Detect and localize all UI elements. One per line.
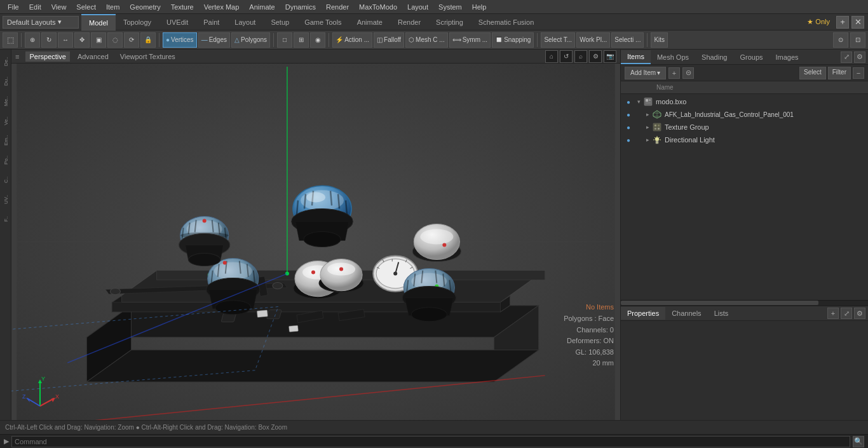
items-tab-groups[interactable]: Groups	[733, 51, 769, 64]
command-input[interactable]	[11, 436, 850, 447]
tab-setup[interactable]: Setup	[263, 14, 297, 31]
tool-mesh[interactable]: ⬡ Mesh C ...	[405, 32, 448, 48]
viewport-canvas[interactable]: No Items Polygons : Face Channels: 0 Def…	[11, 64, 620, 420]
items-tab-shading[interactable]: Shading	[695, 51, 733, 64]
item-eye-modo-bxo[interactable]: ●	[623, 97, 634, 107]
menu-help[interactable]: Help	[467, 2, 492, 12]
sidebar-item-uv[interactable]: UV..	[1, 190, 11, 209]
viewport-tab-textures[interactable]: Viewport Textures	[116, 51, 179, 62]
tab-paint[interactable]: Paint	[196, 14, 227, 31]
command-search-button[interactable]: 🔍	[853, 436, 864, 447]
tool-lock[interactable]: 🔒	[140, 32, 156, 48]
tool-wire[interactable]: ⊞	[294, 32, 309, 48]
menu-system[interactable]: System	[433, 2, 467, 12]
viewport-rotate-btn[interactable]: ↺	[560, 50, 573, 63]
items-scrollbar-track[interactable]	[621, 300, 868, 305]
tool-select-mode[interactable]: ⬚	[3, 32, 18, 48]
tool-deform[interactable]: ⟳	[124, 32, 139, 48]
sidebar-item-f[interactable]: F..	[1, 210, 11, 229]
menu-select[interactable]: Select	[71, 2, 101, 12]
item-expand-modo-bxo[interactable]: ▾	[635, 98, 642, 105]
item-eye-texture-group[interactable]: ●	[623, 122, 634, 132]
items-scrollbar-thumb[interactable]	[621, 301, 818, 305]
menu-render[interactable]: Render	[321, 2, 354, 12]
sidebar-item-po[interactable]: Po..	[1, 151, 11, 170]
items-add-icon[interactable]: +	[668, 67, 680, 79]
item-row-modo-bxo[interactable]: ● ▾ modo.bxo	[621, 95, 868, 108]
items-expand-btn[interactable]: ⤢	[841, 51, 852, 63]
menu-maxtomodo[interactable]: MaxToModo	[354, 2, 402, 12]
viewport[interactable]: ≡ Perspective Advanced Viewport Textures…	[11, 50, 620, 420]
menu-texture[interactable]: Texture	[166, 2, 199, 12]
tool-falloff[interactable]: ◫ Falloff	[374, 32, 404, 48]
add-item-button[interactable]: Add Item ▾	[625, 67, 666, 79]
item-expand-afk[interactable]: ▸	[644, 111, 651, 118]
tool-selection[interactable]: Selecti ...	[611, 32, 644, 48]
tool-mode-box[interactable]: □	[277, 32, 292, 48]
sidebar-item-ve[interactable]: Ve..	[1, 111, 11, 130]
tool-work-plane[interactable]: Work Pl...	[576, 32, 610, 48]
tool-action[interactable]: ⚡ Action ...	[332, 32, 372, 48]
sidebar-item-de[interactable]: De..	[1, 52, 11, 71]
tab-game-tools[interactable]: Game Tools	[297, 14, 349, 31]
tool-snapping[interactable]: 🔲 Snapping	[492, 32, 534, 48]
viewport-menu-icon[interactable]: ≡	[15, 53, 19, 60]
items-tab-items[interactable]: Items	[621, 50, 651, 64]
tab-schematic-fusion[interactable]: Schematic Fusion	[471, 14, 541, 31]
items-settings-btn[interactable]: ⚙	[854, 51, 865, 63]
tab-topology[interactable]: Topology	[116, 14, 159, 31]
items-delete-icon[interactable]: ⊝	[682, 67, 694, 79]
prop-tab-lists[interactable]: Lists	[708, 307, 735, 320]
menu-animate[interactable]: Animate	[244, 2, 280, 12]
items-tab-mesh-ops[interactable]: Mesh Ops	[651, 51, 695, 64]
sidebar-item-du[interactable]: Du..	[1, 72, 11, 91]
tool-polygons[interactable]: △ Polygons	[231, 32, 270, 48]
tab-uvedit[interactable]: UVEdit	[159, 14, 196, 31]
prop-tab-channels[interactable]: Channels	[665, 307, 707, 320]
tool-transform[interactable]: ⊕	[25, 32, 40, 48]
menu-file[interactable]: File	[3, 2, 24, 12]
sidebar-item-c[interactable]: C..	[1, 170, 11, 189]
menu-view[interactable]: View	[46, 2, 72, 12]
layout-settings-button[interactable]: ✕	[851, 16, 864, 29]
prop-expand-btn[interactable]: ⤢	[841, 308, 852, 319]
tool-select-type2[interactable]: Select T...	[541, 32, 575, 48]
item-row-directional-light[interactable]: ● ▸ Directional Light	[621, 133, 868, 146]
tool-viewport-layout[interactable]: ⊡	[850, 32, 865, 48]
tool-kits[interactable]: Kits	[651, 32, 668, 48]
tool-loop[interactable]: ◌	[107, 32, 123, 48]
tab-scripting[interactable]: Scripting	[428, 14, 471, 31]
viewport-settings-icon[interactable]: ⚙	[589, 50, 602, 63]
tab-layout[interactable]: Layout	[227, 14, 263, 31]
tool-shade[interactable]: ◉	[310, 32, 325, 48]
item-eye-afk-lab[interactable]: ●	[623, 109, 634, 119]
prop-plus-btn[interactable]: +	[827, 308, 839, 319]
menu-vertex-map[interactable]: Vertex Map	[199, 2, 245, 12]
prop-settings-btn[interactable]: ⚙	[854, 308, 865, 319]
layout-dropdown[interactable]: Default Layouts ▾	[3, 16, 79, 29]
items-minus-btn[interactable]: −	[853, 67, 864, 79]
viewport-tab-advanced[interactable]: Advanced	[74, 51, 112, 62]
viewport-tab-perspective[interactable]: Perspective	[25, 51, 69, 62]
viewport-zoom-btn[interactable]: ⌕	[574, 50, 587, 63]
item-row-afk-lab[interactable]: ● ▸ AFK_Lab_Industrial_Gas_Control_Panel…	[621, 108, 868, 121]
tab-animate[interactable]: Animate	[349, 14, 390, 31]
tool-rotate[interactable]: ↻	[41, 32, 57, 48]
tab-model[interactable]: Model	[81, 14, 116, 31]
sidebar-item-em[interactable]: Em..	[1, 131, 11, 150]
item-eye-directional-light[interactable]: ●	[623, 135, 634, 145]
item-row-texture-group[interactable]: ● ▸ Texture Group	[621, 121, 868, 133]
menu-dynamics[interactable]: Dynamics	[280, 2, 321, 12]
tool-scale[interactable]: ↔	[58, 32, 73, 48]
menu-edit[interactable]: Edit	[24, 2, 46, 12]
item-expand-texture[interactable]: ▸	[644, 123, 651, 131]
viewport-home-btn[interactable]: ⌂	[545, 50, 558, 63]
menu-item[interactable]: Item	[101, 2, 125, 12]
tool-vertices[interactable]: ● Vertices	[163, 32, 197, 48]
layout-plus-button[interactable]: +	[836, 16, 849, 29]
star-only-label[interactable]: ★ Only	[803, 17, 834, 27]
items-filter-button[interactable]: Filter	[828, 67, 851, 79]
tool-edges[interactable]: — Edges	[198, 32, 230, 48]
items-tab-images[interactable]: Images	[770, 51, 805, 64]
sidebar-item-me[interactable]: Me..	[1, 92, 11, 111]
